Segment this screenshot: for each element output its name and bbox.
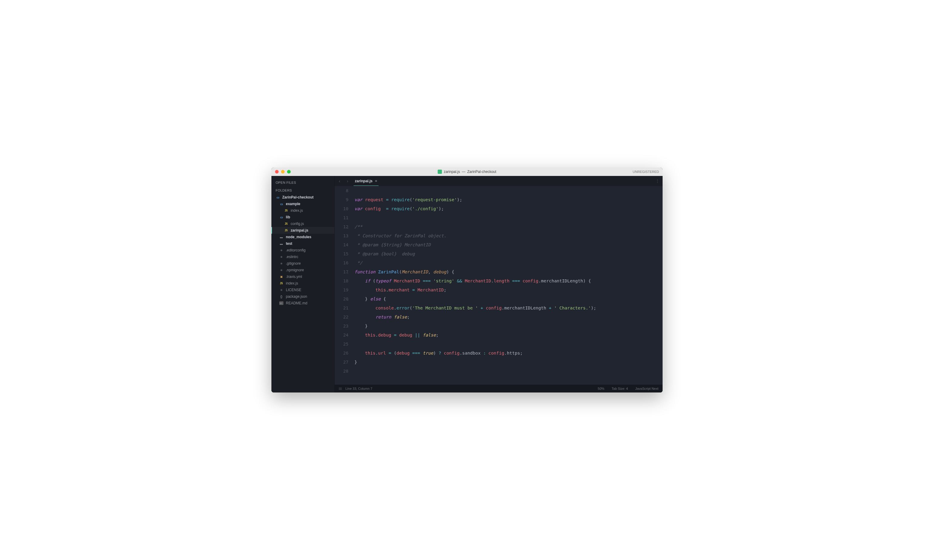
line-number: 16 [334, 258, 348, 268]
code-line[interactable]: this.url = (debug === true) ? config.san… [354, 349, 663, 358]
tree-item--travis-yml[interactable]: ▣.travis.yml [271, 273, 334, 280]
line-number: 15 [334, 249, 348, 258]
line-number: 20 [334, 294, 348, 303]
tree-item-label: index.js [291, 208, 303, 212]
tree-item-zarinpal-js[interactable]: JSzarinpal.js [271, 227, 334, 234]
code-line[interactable]: } else { [354, 294, 663, 303]
line-number: 18 [334, 276, 348, 285]
tree-item-label: package.json [286, 294, 307, 298]
cursor-position[interactable]: Line 33, Column 7 [345, 387, 372, 390]
code-line[interactable]: this.merchant = MerchantID; [354, 285, 663, 294]
tree-item--npmignore[interactable]: ✳.npmignore [271, 267, 334, 273]
tab-size[interactable]: Tab Size: 4 [612, 387, 628, 390]
line-number: 25 [334, 340, 348, 349]
tree-item-label: index.js [286, 281, 298, 285]
tab-label: zarinpal.js [355, 179, 373, 183]
nav-back-icon[interactable]: ‹ [338, 178, 342, 183]
code-line[interactable] [354, 367, 663, 375]
yaml-file-icon: ▣ [279, 275, 284, 278]
tree-item-zarinpal-checkout[interactable]: ▭ZarinPal-checkout [271, 194, 334, 201]
tree-item-label: example [286, 202, 300, 206]
folder-open-icon: ▭ [276, 195, 280, 199]
unregistered-label: UNREGISTERED [633, 170, 659, 174]
tree-item-license[interactable]: ✳LICENSE [271, 287, 334, 293]
statusbar: Line 33, Column 7 50% Tab Size: 4 JavaSc… [334, 385, 663, 392]
folder-closed-icon: ▬ [279, 235, 284, 239]
line-number: 14 [334, 240, 348, 249]
generic-file-icon: ✳ [279, 268, 284, 272]
tree-item-label: node_modules [286, 235, 311, 239]
code-line[interactable]: function ZarinPal(MerchantID, debug) { [354, 268, 663, 276]
tab-menu-icon[interactable]: ⋮ [655, 178, 660, 183]
line-number: 21 [334, 303, 348, 312]
code-line[interactable] [354, 213, 663, 222]
code-line[interactable] [354, 186, 663, 195]
main-panel: ‹ › zarinpal.js × ⋮ 89101112131415161718… [334, 176, 663, 392]
nav-forward-icon[interactable]: › [346, 178, 350, 183]
code-line[interactable]: * @param {String} MerchantID [354, 240, 663, 249]
line-number: 22 [334, 312, 348, 322]
tree-item-index-js[interactable]: JSindex.js [271, 280, 334, 287]
code-line[interactable]: this.debug = debug || false; [354, 331, 663, 340]
js-file-icon: JS [279, 282, 284, 285]
tree-item-label: lib [286, 215, 290, 219]
syntax-mode[interactable]: JavaScript Next [635, 387, 658, 390]
titlebar: zarinpal.js — ZarinPal-checkout UNREGIST… [271, 168, 663, 176]
tree-item-label: ZarinPal-checkout [282, 195, 314, 199]
line-gutter: 8910111213141516171819202122232425262728 [334, 186, 353, 385]
tree-item-index-js[interactable]: JSindex.js [271, 207, 334, 214]
generic-file-icon: ✳ [279, 262, 284, 265]
js-file-icon: JS [284, 209, 288, 212]
traffic-lights [275, 170, 291, 174]
tree-item-example[interactable]: ▭example [271, 201, 334, 207]
tree-item--gitignore[interactable]: ✳.gitignore [271, 260, 334, 267]
tree-item-label: .eslintrc [286, 255, 298, 259]
tab-active[interactable]: zarinpal.js × [354, 176, 378, 186]
line-number: 10 [334, 204, 348, 213]
tree-item-label: test [286, 242, 292, 246]
tree-item-readme-md[interactable]: M↓README.md [271, 300, 334, 306]
file-tree: ▭ZarinPal-checkout▭exampleJSindex.js▭lib… [271, 194, 334, 306]
tree-item-config-js[interactable]: JSconfig.js [271, 220, 334, 227]
code-line[interactable]: } [354, 322, 663, 331]
code-line[interactable]: var request = require('request-promise')… [354, 195, 663, 204]
tree-item--eslintrc[interactable]: ✳.eslintrc [271, 254, 334, 260]
tree-item-package-json[interactable]: {}package.json [271, 293, 334, 300]
code-area[interactable]: var request = require('request-promise')… [353, 186, 663, 385]
code-line[interactable]: var config = require('./config'); [354, 204, 663, 213]
line-number: 17 [334, 268, 348, 276]
code-line[interactable]: if (typeof MerchantID === 'string' && Me… [354, 276, 663, 285]
minimize-window-button[interactable] [281, 170, 285, 174]
tree-item-label: .travis.yml [286, 275, 302, 279]
code-line[interactable]: console.error('The MerchantID must be ' … [354, 303, 663, 312]
tab-close-icon[interactable]: × [375, 178, 377, 183]
tree-item-label: .npmignore [286, 268, 304, 272]
tree-item-label: README.md [286, 301, 307, 305]
code-line[interactable]: * @param {bool} debug [354, 249, 663, 258]
file-icon [438, 170, 442, 174]
markdown-file-icon: M↓ [279, 302, 284, 305]
tree-item-lib[interactable]: ▭lib [271, 214, 334, 220]
line-number: 24 [334, 331, 348, 340]
code-line[interactable]: * Constructor for ZarinPal object. [354, 231, 663, 240]
tree-item-label: config.js [291, 222, 304, 226]
menu-icon[interactable] [339, 388, 342, 390]
code-line[interactable]: } [354, 358, 663, 367]
tree-item-test[interactable]: ▬test [271, 240, 334, 247]
js-file-icon: JS [284, 229, 288, 232]
tabbar: ‹ › zarinpal.js × ⋮ [334, 176, 663, 186]
code-line[interactable]: return false; [354, 312, 663, 322]
tree-item-label: zarinpal.js [291, 228, 308, 232]
code-line[interactable]: */ [354, 258, 663, 268]
code-editor[interactable]: 8910111213141516171819202122232425262728… [334, 186, 663, 385]
json-file-icon: {} [279, 295, 284, 298]
line-number: 27 [334, 358, 348, 367]
maximize-window-button[interactable] [287, 170, 291, 174]
code-line[interactable] [354, 340, 663, 349]
code-line[interactable]: /** [354, 222, 663, 231]
close-window-button[interactable] [275, 170, 279, 174]
tree-item--editorconfig[interactable]: ✳.editorconfig [271, 247, 334, 254]
folder-open-icon: ▭ [279, 202, 284, 206]
sidebar[interactable]: OPEN FILES FOLDERS ▭ZarinPal-checkout▭ex… [271, 176, 334, 392]
tree-item-node-modules[interactable]: ▬node_modules [271, 234, 334, 240]
